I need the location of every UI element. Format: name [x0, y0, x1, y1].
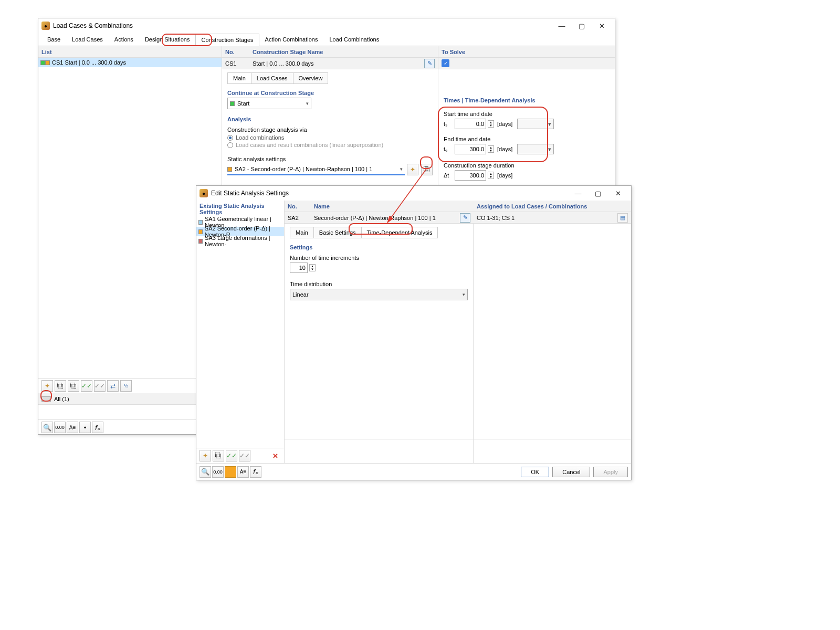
list-icon[interactable]: ▤ — [617, 213, 628, 223]
search-icon[interactable]: 🔍 — [200, 466, 211, 478]
start-time-input[interactable] — [455, 119, 486, 129]
solve-checkbox[interactable]: ✓ — [442, 59, 449, 67]
distribution-combo[interactable]: Linear ▾ — [290, 289, 468, 300]
distribution-label: Time distribution — [290, 281, 468, 287]
window-title: Load Cases & Combinations — [53, 22, 552, 29]
btn-b1[interactable]: 0.00 — [54, 422, 66, 433]
name-header: Construction Stage Name — [253, 47, 323, 57]
titlebar: ● Load Cases & Combinations — ▢ ✕ — [38, 18, 615, 33]
tab-base[interactable]: Base — [41, 33, 66, 46]
search-icon[interactable]: 🔍 — [41, 422, 53, 433]
tab-design-situations[interactable]: Design Situations — [139, 33, 196, 46]
duration-label: Construction stage duration — [444, 162, 610, 169]
list-area[interactable]: CS1 Start | 0.0 ... 300.0 days — [38, 58, 222, 378]
minimize-button[interactable]: — — [568, 187, 588, 199]
tab-action-combinations[interactable]: Action Combinations — [259, 33, 324, 46]
start-time-field[interactable]: tₛ ▲▼ [days] ▾ — [444, 119, 610, 129]
tab-actions[interactable]: Actions — [109, 33, 139, 46]
btn-b2[interactable]: A≡ — [237, 466, 249, 478]
delete-icon[interactable]: ✕ — [269, 450, 281, 461]
analysis-via-label: Construction stage analysis via — [227, 127, 433, 133]
app-icon: ● — [41, 22, 50, 30]
name-header: Name — [314, 202, 330, 211]
subtab-main[interactable]: Main — [228, 73, 251, 83]
cancel-button[interactable]: Cancel — [552, 467, 590, 477]
spinner-icon[interactable]: ▲▼ — [488, 145, 494, 153]
end-time-field[interactable]: tₑ ▲▼ [days] ▾ — [444, 144, 610, 154]
list-footer: All (1) — [54, 396, 69, 402]
radio-load-combinations[interactable]: Load combinations — [227, 134, 433, 141]
maximize-button[interactable]: ▢ — [572, 20, 592, 32]
static-settings-combo[interactable]: SA2 - Second-order (P-Δ) | Newton-Raphso… — [227, 164, 405, 175]
list-item-label: CS1 Start | 0.0 ... 300.0 days — [52, 59, 126, 66]
edit-settings-icon[interactable]: ⿻ — [421, 164, 433, 175]
edit-icon[interactable]: ✎ — [460, 213, 470, 223]
new-icon[interactable]: ✦ — [41, 380, 53, 392]
apply-button[interactable]: Apply — [593, 467, 628, 477]
check-icon[interactable]: ✓✓ — [226, 450, 237, 461]
uncheck-icon[interactable]: ✓✓ — [239, 450, 250, 461]
subtab-main[interactable]: Main — [290, 227, 314, 238]
close-button[interactable]: ✕ — [608, 187, 628, 199]
row-name: Second-order (P-Δ) | Newton-Raphson | 10… — [314, 215, 436, 221]
copy2-icon[interactable]: ⿻ — [68, 380, 79, 392]
continue-combo[interactable]: Start ▾ — [227, 98, 311, 109]
close-button[interactable]: ✕ — [592, 20, 612, 32]
row-no: SA2 — [288, 215, 299, 221]
end-date-dropdown[interactable]: ▾ — [517, 144, 554, 154]
app-icon: ● — [200, 189, 208, 197]
btn-b1[interactable]: 0.00 — [212, 466, 224, 478]
duration-field: Δt ▲▼ [days] — [444, 170, 610, 181]
btn-b3[interactable]: • — [79, 422, 91, 433]
subtab-basic-settings[interactable]: Basic Settings — [314, 227, 362, 238]
subtab-load-cases[interactable]: Load Cases — [251, 73, 293, 83]
spinner-icon[interactable]: ▲▼ — [309, 264, 316, 271]
minimize-button[interactable]: — — [552, 20, 572, 32]
new-icon[interactable]: ✦ — [200, 450, 211, 461]
solve-header: To Solve — [442, 47, 465, 57]
color-btn[interactable] — [225, 466, 236, 478]
no-header: No. — [225, 47, 235, 57]
tab-load-combinations[interactable]: Load Combinations — [323, 33, 385, 46]
times-header: Times | Time-Dependent Analysis — [444, 96, 610, 105]
copy-icon[interactable]: ⿻ — [213, 450, 224, 461]
swap-icon[interactable]: ⇄ — [107, 380, 119, 392]
fx-icon[interactable]: fₓ — [92, 422, 103, 433]
duration-input[interactable] — [455, 170, 486, 181]
fx-icon[interactable]: fₓ — [250, 466, 261, 478]
tab-load-cases[interactable]: Load Cases — [66, 33, 109, 46]
tab-construction-stages[interactable]: Construction Stages — [195, 34, 259, 46]
subtab-time-dependent-analysis[interactable]: Time-Dependent Analysis — [362, 227, 438, 238]
spinner-icon[interactable]: ▲▼ — [488, 120, 494, 128]
end-time-label: End time and date — [444, 136, 610, 142]
increments-field[interactable]: ▲▼ — [290, 262, 321, 273]
inner-tabs: MainLoad CasesOverview — [227, 72, 328, 84]
list-item[interactable]: CS1 Start | 0.0 ... 300.0 days — [38, 58, 222, 67]
radio-load-cases[interactable]: Load cases and result combinations (line… — [227, 142, 433, 148]
increments-input[interactable] — [290, 262, 308, 273]
right-pane — [474, 224, 631, 439]
settings-list[interactable]: SA1 Geometrically linear | Newton- SA2 S… — [196, 217, 284, 448]
sort-icon[interactable]: ½ — [120, 380, 132, 392]
settings-tabs: MainBasic SettingsTime-Dependent Analysi… — [290, 227, 438, 238]
list-item[interactable]: SA3 Large deformations | Newton- — [196, 236, 284, 246]
edit-icon[interactable]: ✎ — [424, 59, 435, 68]
assigned-header: Assigned to Load Cases / Combinations — [477, 202, 587, 211]
row-no: CS1 — [225, 60, 236, 67]
new-settings-icon[interactable]: ✦ — [407, 164, 418, 175]
continue-header: Continue at Construction Stage — [227, 88, 433, 98]
check-icon[interactable]: ✓✓ — [81, 380, 92, 392]
window-title: Edit Static Analysis Settings — [211, 190, 568, 197]
copy-icon[interactable]: ⿻ — [55, 380, 66, 392]
settings-subheader: Settings — [290, 243, 468, 252]
subtab-overview[interactable]: Overview — [293, 73, 328, 83]
start-date-dropdown[interactable]: ▾ — [517, 119, 554, 129]
ok-button[interactable]: OK — [521, 467, 549, 477]
existing-header: Existing Static Analysis Settings — [196, 201, 284, 217]
end-time-input[interactable] — [455, 144, 486, 154]
spinner-icon[interactable]: ▲▼ — [488, 172, 494, 179]
no-header: No. — [288, 202, 297, 211]
uncheck-icon[interactable]: ✓✓ — [94, 380, 106, 392]
btn-b2[interactable]: A≡ — [67, 422, 78, 433]
maximize-button[interactable]: ▢ — [588, 187, 608, 199]
